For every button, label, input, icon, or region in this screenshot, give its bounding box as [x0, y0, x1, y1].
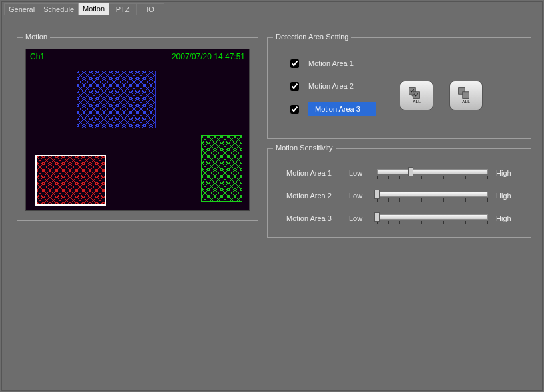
svg-text:ALL: ALL — [462, 99, 470, 104]
sensitivity-high-3: High — [496, 214, 516, 222]
motion-legend: Motion — [23, 33, 50, 41]
tab-general[interactable]: General — [4, 3, 39, 15]
sensitivity-row-3: Motion Area 3 Low High — [286, 212, 516, 225]
detection-area-checkbox-1[interactable] — [290, 59, 299, 68]
svg-text:ALL: ALL — [413, 99, 421, 104]
clear-all-icon: ALL — [457, 86, 475, 105]
tab-schedule[interactable]: Schedule — [39, 3, 79, 15]
motion-zone-2[interactable] — [201, 135, 242, 202]
detection-area-label-3: Motion Area 3 — [308, 102, 376, 116]
sensitivity-high-2: High — [496, 192, 516, 200]
sensitivity-low-1: Low — [349, 169, 369, 177]
sensitivity-high-1: High — [496, 169, 516, 177]
sensitivity-label-2: Motion Area 2 — [286, 192, 341, 200]
tab-ptz[interactable]: PTZ — [109, 3, 137, 15]
sensitivity-row-1: Motion Area 1 Low High — [286, 166, 516, 180]
detection-area-checkbox-3[interactable] — [290, 105, 299, 114]
detection-area-label-2: Motion Area 2 — [308, 82, 354, 90]
detection-area-row-3[interactable]: Motion Area 3 — [290, 101, 376, 117]
sensitivity-group: Motion Sensitivity Motion Area 1 Low Hig… — [267, 148, 531, 238]
channel-label: Ch1 — [30, 52, 45, 61]
sensitivity-slider-1[interactable] — [377, 166, 488, 180]
tab-motion[interactable]: Motion — [78, 3, 109, 15]
svg-rect-4 — [463, 92, 469, 99]
tab-strip: General Schedule Motion PTZ IO — [4, 3, 164, 16]
motion-zone-1[interactable] — [77, 71, 156, 128]
timestamp-label: 2007/07/20 14:47:51 — [172, 52, 245, 61]
sensitivity-low-3: Low — [349, 214, 369, 222]
detection-group: Detection Area Setting Motion Area 1 Mot… — [267, 37, 531, 139]
sensitivity-slider-2[interactable] — [377, 189, 488, 202]
tab-io[interactable]: IO — [136, 3, 164, 15]
sensitivity-low-2: Low — [349, 192, 369, 200]
sensitivity-slider-3[interactable] — [377, 212, 488, 225]
detection-area-checkbox-2[interactable] — [290, 82, 299, 91]
sensitivity-legend: Motion Sensitivity — [273, 144, 336, 152]
motion-zone-3[interactable] — [35, 155, 106, 206]
select-all-icon: ALL — [407, 86, 426, 105]
detection-area-label-1: Motion Area 1 — [308, 59, 354, 67]
sensitivity-label-3: Motion Area 3 — [286, 214, 341, 222]
detection-area-row-1[interactable]: Motion Area 1 — [290, 55, 376, 71]
sensitivity-label-1: Motion Area 1 — [286, 169, 341, 177]
detection-area-row-2[interactable]: Motion Area 2 — [290, 78, 376, 94]
motion-preview[interactable]: Ch1 2007/07/20 14:47:51 — [25, 49, 250, 211]
motion-group: Motion Ch1 2007/07/20 14:47:51 — [17, 37, 258, 221]
select-all-button[interactable]: ALL — [400, 81, 433, 110]
detection-legend: Detection Area Setting — [273, 33, 351, 41]
sensitivity-row-2: Motion Area 2 Low High — [286, 189, 516, 202]
clear-all-button[interactable]: ALL — [449, 81, 483, 110]
